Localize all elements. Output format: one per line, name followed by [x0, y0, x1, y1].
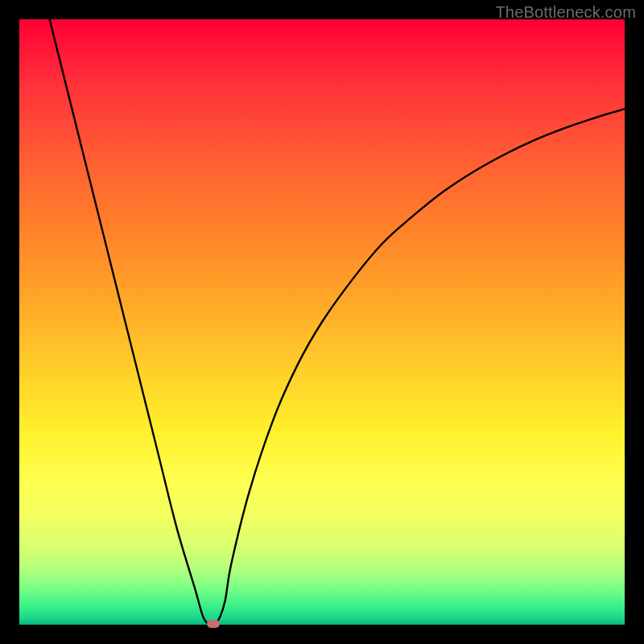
plot-area: [19, 19, 625, 625]
bottleneck-curve: [19, 19, 625, 625]
chart-frame: TheBottleneck.com: [0, 0, 644, 644]
watermark-text: TheBottleneck.com: [495, 3, 636, 22]
optimum-marker: [207, 620, 220, 628]
